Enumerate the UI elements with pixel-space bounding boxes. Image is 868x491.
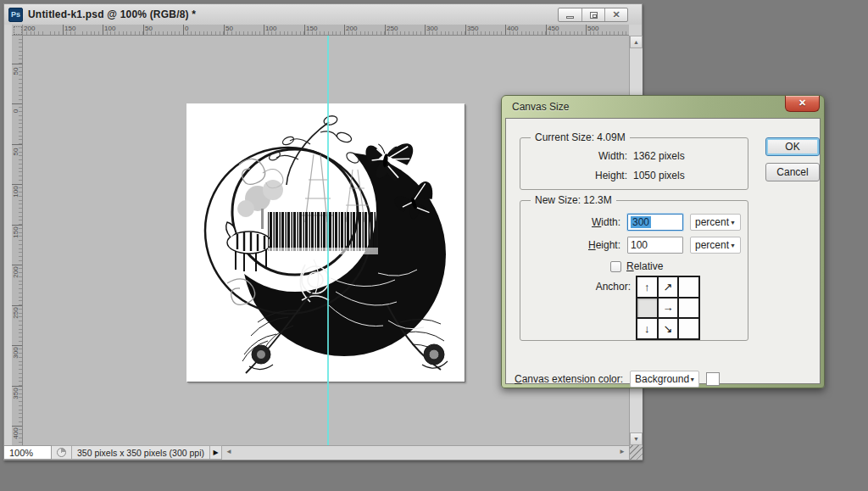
status-options-button[interactable]: [52, 445, 72, 460]
ruler-major-tick: [425, 25, 426, 36]
new-width-input[interactable]: 300: [627, 214, 683, 231]
ruler-label: 400: [507, 25, 518, 32]
canvas-extension-row: Canvas extension color: Background ▼: [515, 370, 720, 388]
relative-label: Relative: [626, 260, 663, 272]
status-bar: 100% 350 pixels x 350 pixels (300 ppi) ▶…: [4, 445, 643, 460]
dialog-title: Canvas Size: [512, 101, 569, 113]
current-height-label: Height:: [520, 170, 627, 181]
dialog-body: Current Size: 4.09M Width: 1362 pixels H…: [505, 118, 821, 384]
window-controls: ✕: [558, 8, 628, 22]
chevron-down-icon: ▼: [730, 220, 736, 226]
cancel-button[interactable]: Cancel: [765, 163, 820, 181]
close-icon: ✕: [612, 9, 620, 20]
artwork-image: [186, 103, 465, 382]
new-size-group: New Size: 12.3M Width: 300 percent ▼ Hei…: [520, 200, 748, 341]
anchor-cell-arrow-icon[interactable]: ↓: [637, 319, 657, 338]
close-window-button[interactable]: ✕: [604, 8, 627, 21]
dialog-titlebar[interactable]: Canvas Size ✕: [502, 96, 824, 118]
cyan-guide-line[interactable]: [327, 36, 329, 445]
ruler-major-tick: [465, 25, 466, 36]
anchor-cell-selected[interactable]: [637, 299, 657, 318]
ruler-label: 150: [306, 25, 317, 32]
ruler-label: 50: [12, 143, 20, 160]
ruler-label: 50: [145, 25, 153, 32]
document-titlebar[interactable]: Ps Untitled-k1.psd @ 100% (RGB/8) * ✕: [4, 4, 642, 25]
ruler-label: 300: [12, 344, 20, 361]
ruler-label: 250: [12, 304, 20, 321]
scroll-down-icon[interactable]: ▼: [630, 432, 643, 445]
anchor-cell[interactable]: [679, 277, 698, 297]
status-flyout-button[interactable]: ▶: [210, 445, 222, 460]
horizontal-ruler[interactable]: 2001501005005010015020025030035040045050…: [23, 25, 629, 36]
relative-checkbox[interactable]: [610, 261, 621, 272]
ruler-label: 450: [548, 25, 559, 32]
ruler-label: 150: [64, 25, 75, 32]
restore-icon: [590, 12, 598, 19]
ruler-major-tick: [546, 25, 547, 36]
ruler-label: 0: [12, 103, 20, 120]
ruler-major-tick: [505, 25, 506, 36]
ruler-major-tick: [344, 25, 345, 36]
canvas-extension-dropdown[interactable]: Background ▼: [630, 371, 699, 388]
anchor-cell-arrow-icon[interactable]: ↑: [637, 277, 657, 297]
canvas-extension-label: Canvas extension color:: [515, 373, 623, 385]
new-width-label: Width:: [520, 216, 620, 228]
minimize-button[interactable]: [559, 8, 581, 21]
new-size-legend: New Size: 12.3M: [531, 194, 616, 206]
scroll-left-icon[interactable]: ◄: [225, 448, 232, 455]
chevron-down-icon: ▼: [730, 243, 736, 248]
canvas-document[interactable]: [186, 103, 465, 382]
zoom-level-field[interactable]: 100%: [4, 445, 52, 460]
anchor-cell-arrow-icon[interactable]: ↗: [659, 277, 678, 297]
canvas-extension-value: Background: [635, 373, 689, 385]
anchor-cell-arrow-icon[interactable]: ↘: [659, 319, 678, 338]
ruler-label: 100: [104, 25, 115, 32]
minimize-icon: [566, 16, 574, 19]
ruler-label: 50: [225, 25, 233, 32]
current-height-value: 1050 pixels: [633, 170, 685, 181]
ok-button[interactable]: OK: [765, 137, 820, 156]
scroll-up-icon[interactable]: ▲: [630, 36, 643, 48]
new-height-input[interactable]: 100: [627, 237, 683, 254]
extension-color-swatch[interactable]: [706, 372, 720, 386]
scroll-right-icon[interactable]: ►: [619, 448, 626, 455]
anchor-cell[interactable]: [679, 299, 698, 318]
anchor-grid: ↑↗→↓↘: [636, 276, 700, 340]
window-resize-grip[interactable]: [629, 445, 643, 460]
width-unit-dropdown[interactable]: percent ▼: [690, 214, 741, 231]
anchor-cell-arrow-icon[interactable]: →: [659, 299, 678, 318]
ruler-major-tick: [264, 25, 264, 36]
ruler-major-tick: [183, 25, 184, 36]
new-height-value: 100: [631, 239, 648, 251]
photoshop-workspace: Ps Untitled-k1.psd @ 100% (RGB/8) * ✕ 20…: [0, 0, 868, 491]
chevron-down-icon: ▼: [689, 377, 695, 382]
dialog-close-button[interactable]: ✕: [785, 96, 820, 112]
anchor-cell[interactable]: [679, 319, 698, 338]
new-height-label: Height:: [520, 239, 620, 251]
document-info-text: 350 pixels x 350 pixels (300 ppi): [72, 445, 210, 460]
ruler-major-tick: [143, 25, 144, 36]
height-unit-dropdown[interactable]: percent ▼: [690, 237, 741, 254]
current-size-legend: Current Size: 4.09M: [531, 131, 630, 143]
ruler-major-tick: [103, 25, 103, 36]
ruler-major-tick: [304, 25, 305, 36]
ruler-origin-box[interactable]: [12, 25, 23, 36]
ruler-major-tick: [586, 25, 587, 36]
ruler-label: 50: [12, 63, 20, 80]
ruler-label: 200: [346, 25, 357, 32]
document-title: Untitled-k1.psd @ 100% (RGB/8) *: [28, 8, 196, 20]
ruler-label: 100: [265, 25, 276, 32]
current-width-value: 1362 pixels: [633, 150, 685, 162]
ruler-major-tick: [224, 25, 225, 36]
current-width-label: Width:: [520, 150, 627, 162]
width-unit-value: percent: [695, 216, 729, 228]
canvas-size-dialog: Canvas Size ✕ Current Size: 4.09M Width:…: [501, 95, 825, 388]
new-width-value: 300: [631, 216, 651, 228]
vertical-ruler[interactable]: 50050100150200250300350400: [12, 36, 23, 445]
horizontal-scrollbar[interactable]: ◄ ►: [222, 445, 629, 460]
restore-button[interactable]: [581, 8, 604, 21]
ruler-label: 0: [185, 25, 188, 32]
ruler-label: 350: [12, 385, 20, 402]
height-unit-value: percent: [695, 239, 729, 251]
document-sizes-icon: [57, 448, 66, 457]
